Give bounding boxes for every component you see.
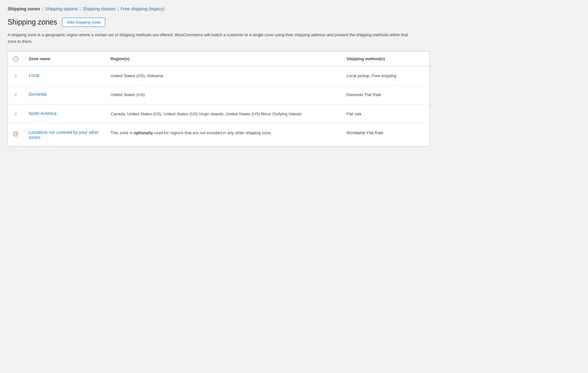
zone-locations-regions: This zone is optionally used for regions…: [111, 130, 272, 135]
nav-separator-3: |: [118, 6, 119, 11]
zone-locations-globe-cell: [8, 123, 24, 146]
nav-link-shipping-classes[interactable]: Shipping classes: [83, 6, 116, 11]
zone-local-name-cell: Local: [24, 66, 106, 85]
col-header-icon: ?: [8, 51, 24, 66]
zone-domestic-methods-cell: Domestic Flat Rate: [342, 85, 430, 105]
optionally-text: optionally: [134, 130, 153, 135]
drag-handle-icon[interactable]: ≡: [14, 73, 17, 78]
zone-locations-regions-cell: This zone is optionally used for regions…: [106, 123, 342, 146]
zone-north-america-name-cell: North America: [24, 104, 106, 123]
col-header-regions: Region(s): [106, 51, 342, 66]
page-title: Shipping zones: [8, 18, 57, 26]
zone-locations-link[interactable]: Locations not covered by your other zone…: [29, 130, 99, 140]
globe-icon: [13, 131, 19, 138]
table-row: Locations not covered by your other zone…: [8, 123, 430, 146]
zone-local-link[interactable]: Local: [29, 73, 39, 78]
zone-domestic-regions-cell: United States (US): [106, 85, 342, 105]
col-header-zone-name: Zone name: [24, 51, 106, 66]
nav-tabs: Shipping zones | Shipping options | Ship…: [8, 6, 580, 11]
zone-domestic-drag-handle-cell: ≡: [8, 85, 24, 105]
zone-north-america-methods: Flat rate: [347, 112, 362, 116]
page-header: Shipping zones Add shipping zone: [8, 18, 580, 27]
zone-north-america-regions: Canada, United States (US), United State…: [111, 112, 302, 116]
zone-local-regions: United States (US), Alabama: [111, 73, 163, 78]
drag-handle-icon[interactable]: ≡: [14, 92, 17, 97]
table-row: ≡ Local United States (US), Alabama Loca…: [8, 66, 430, 85]
table-row: ≡ North America Canada, United States (U…: [8, 104, 430, 123]
zone-locations-methods-cell: Worldwide Flat Rate: [342, 123, 430, 146]
zone-locations-methods: Worldwide Flat Rate: [347, 130, 383, 135]
zone-north-america-regions-cell: Canada, United States (US), United State…: [106, 104, 342, 123]
help-icon[interactable]: ?: [13, 56, 19, 62]
nav-link-shipping-options[interactable]: Shipping options: [45, 6, 78, 11]
nav-link-free-shipping[interactable]: Free shipping (legacy): [121, 6, 164, 11]
zone-domestic-methods: Domestic Flat Rate: [347, 92, 382, 97]
table-row: ≡ Domestic United States (US) Domestic F…: [8, 85, 430, 105]
zone-domestic-name-cell: Domestic: [24, 85, 106, 105]
zone-north-america-link[interactable]: North America: [29, 111, 57, 116]
zone-north-america-methods-cell: Flat rate: [342, 104, 430, 123]
zone-local-drag-handle-cell: ≡: [8, 66, 24, 85]
col-header-shipping-methods: Shipping method(s): [342, 51, 430, 66]
add-shipping-zone-button[interactable]: Add shipping zone: [62, 18, 105, 27]
nav-separator-1: |: [42, 6, 43, 11]
nav-current-tab: Shipping zones: [8, 6, 40, 11]
page-description: A shipping zone is a geographic region w…: [8, 32, 417, 45]
zone-north-america-drag-handle-cell: ≡: [8, 104, 24, 123]
zone-local-methods: Local pickup, Free shipping: [347, 73, 396, 78]
zone-locations-name-cell: Locations not covered by your other zone…: [24, 123, 106, 146]
zone-local-methods-cell: Local pickup, Free shipping: [342, 66, 430, 85]
zone-local-regions-cell: United States (US), Alabama: [106, 66, 342, 85]
zone-domestic-link[interactable]: Domestic: [29, 92, 47, 97]
drag-handle-icon[interactable]: ≡: [14, 112, 17, 117]
shipping-zones-table: ? Zone name Region(s) Shipping method(s)…: [8, 51, 430, 147]
zone-domestic-regions: United States (US): [111, 92, 145, 97]
table-header-row: ? Zone name Region(s) Shipping method(s): [8, 51, 430, 66]
nav-separator-2: |: [80, 6, 81, 11]
